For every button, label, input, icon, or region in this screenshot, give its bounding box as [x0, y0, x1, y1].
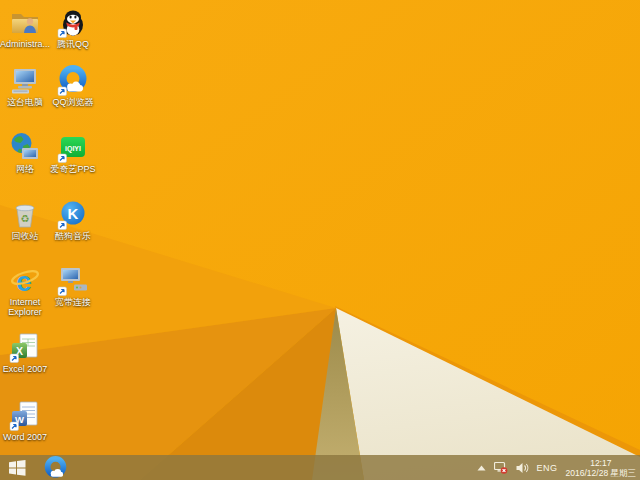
desktop-icon-internet-explorer[interactable]: e Internet Explorer [0, 264, 52, 317]
recycle-bin-icon: ♻ [9, 198, 41, 230]
desktop-icon-network[interactable]: 网络 [0, 131, 52, 174]
desktop-icon-qq-browser[interactable]: QQ浏览器 [46, 64, 100, 107]
desktop-icon-kugou-music[interactable]: K 酷狗音乐 [46, 198, 100, 241]
desktop-icon-excel-2007[interactable]: X Excel 2007 [0, 331, 52, 374]
clock-date: 2016/12/28 星期三 [566, 468, 636, 478]
desktop-icon-label: 爱奇艺PPS [46, 164, 100, 174]
desktop-icon-label: Administra... [0, 39, 52, 49]
internet-explorer-icon: e [9, 264, 41, 296]
desktop-icon-word-2007[interactable]: W Word 2007 [0, 399, 52, 442]
svg-text:K: K [68, 205, 79, 222]
network-status-icon[interactable] [494, 461, 508, 474]
qq-browser-icon [44, 456, 67, 479]
taskbar: ENG 12:17 2016/12/28 星期三 [0, 455, 640, 480]
kugou-icon: K [57, 198, 89, 230]
network-globe-icon [9, 131, 41, 163]
start-button[interactable] [0, 455, 34, 480]
taskbar-clock[interactable]: 12:17 2016/12/28 星期三 [566, 458, 636, 478]
word-icon: W [9, 399, 41, 431]
desktop-icon-label: QQ浏览器 [46, 97, 100, 107]
desktop-icon-label: 这台电脑 [0, 97, 52, 107]
volume-icon[interactable] [516, 462, 529, 474]
iqiyi-icon: iQIYI [57, 131, 89, 163]
network-disconnected-icon [494, 461, 508, 474]
desktop-icon-recycle-bin[interactable]: ♻ 回收站 [0, 198, 52, 241]
taskbar-qq-browser-button[interactable] [40, 455, 70, 480]
computer-icon [9, 64, 41, 96]
desktop-icon-label: 酷狗音乐 [46, 231, 100, 241]
windows-desktop: Administra... 这台电脑 网络 ♻ 回收站 [0, 0, 640, 480]
excel-icon: X [9, 331, 41, 363]
desktop-icon-this-pc[interactable]: 这台电脑 [0, 64, 52, 107]
desktop-icon-iqiyi-pps[interactable]: iQIYI 爱奇艺PPS [46, 131, 100, 174]
broadband-connection-icon [57, 264, 89, 296]
chevron-up-icon [477, 465, 486, 471]
svg-text:iQIYI: iQIYI [65, 145, 81, 153]
language-indicator[interactable]: ENG [537, 463, 558, 473]
clock-time: 12:17 [566, 458, 636, 468]
speaker-icon [516, 462, 529, 474]
desktop-icon-label: 回收站 [0, 231, 52, 241]
svg-text:♻: ♻ [21, 213, 30, 224]
desktop-icon-label: Excel 2007 [0, 364, 52, 374]
show-hidden-icons-button[interactable] [477, 465, 486, 471]
system-tray: ENG 12:17 2016/12/28 星期三 [477, 458, 640, 478]
windows-logo-icon [9, 460, 26, 476]
desktop-icon-broadband[interactable]: 宽带连接 [46, 264, 100, 307]
qq-browser-icon [57, 64, 89, 96]
desktop-icon-label: Internet Explorer [0, 297, 52, 317]
desktop-icon-tencent-qq[interactable]: 腾讯QQ [46, 6, 100, 49]
desktop-icon-label: 腾讯QQ [46, 39, 100, 49]
desktop-icon-administrator[interactable]: Administra... [0, 6, 52, 49]
desktop-icon-label: Word 2007 [0, 432, 52, 442]
user-folder-icon [9, 6, 41, 38]
desktop-icon-label: 宽带连接 [46, 297, 100, 307]
qq-penguin-icon [57, 6, 89, 38]
desktop-icon-label: 网络 [0, 164, 52, 174]
